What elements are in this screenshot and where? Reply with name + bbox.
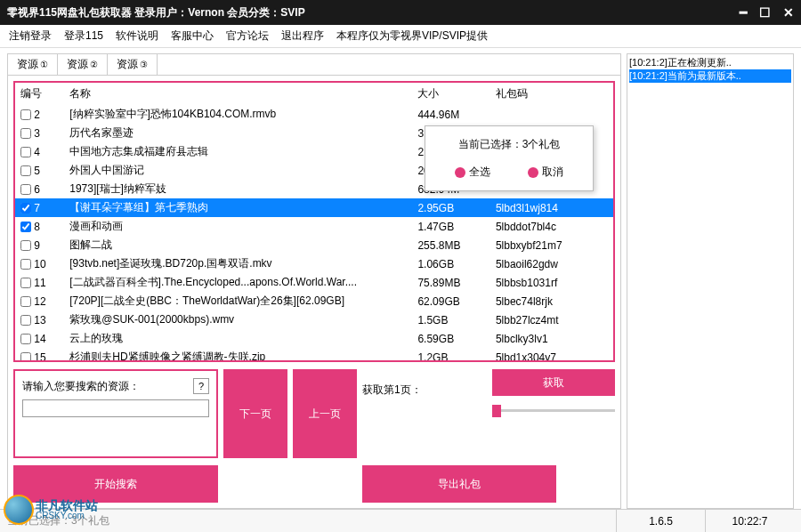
row-code: [490, 105, 613, 124]
row-checkbox[interactable]: [20, 203, 31, 214]
menu-forum[interactable]: 官方论坛: [226, 28, 269, 44]
row-size: 255.8MB: [412, 236, 490, 254]
row-name: 历代名家墨迹: [64, 124, 412, 142]
table-row[interactable]: 15杉浦则夫HD紧缚映像之紧缚调教-失咲.zip1.2GB5lbd1x304y7: [15, 348, 613, 360]
row-checkbox[interactable]: [20, 296, 31, 307]
row-size: 444.96M: [412, 105, 490, 124]
table-row[interactable]: 13紫玫瑰@SUK-001(2000kbps).wmv1.5GB5lbb27lc…: [15, 310, 613, 329]
watermark-cn: 非凡软件站: [36, 499, 98, 512]
row-checkbox[interactable]: [20, 184, 31, 195]
status-version: 1.6.5: [616, 510, 705, 532]
export-col: 获取第1页：: [362, 369, 487, 458]
titlebar-text: 零视界115网盘礼包获取器 登录用户：Vernon 会员分类：SVIP: [7, 5, 740, 20]
row-checkbox[interactable]: [20, 165, 31, 176]
table-row[interactable]: 9图解二战255.8MB5lbbxybf21m7: [15, 236, 613, 254]
row-checkbox[interactable]: [20, 128, 31, 139]
popup-title: 当前已选择：3个礼包: [436, 137, 582, 152]
menu-support[interactable]: 客服中心: [171, 28, 214, 44]
table-header: 编号 名称 大小 礼包码: [15, 83, 613, 105]
table-row[interactable]: 7【谢耳朵字幕组】第七季熟肉2.95GB5lbd3l1wj814: [15, 198, 613, 217]
table-container: 编号 名称 大小 礼包码 2[纳粹实验室中字]恐怖104KB104.COM.rm…: [13, 81, 615, 362]
row-checkbox[interactable]: [20, 147, 31, 157]
table-scroll[interactable]: 编号 名称 大小 礼包码 2[纳粹实验室中字]恐怖104KB104.COM.rm…: [15, 83, 613, 360]
row-checkbox[interactable]: [20, 278, 31, 288]
row-name: [二战武器百科全书].The.Encycloped...apons.Of.Wor…: [64, 273, 412, 292]
minimize-button[interactable]: ━: [740, 5, 747, 20]
row-code: 5lbaoil62gdw: [490, 254, 613, 273]
row-name: [720P][二战全史(BBC：TheWorldatWar)全26集][62.0…: [64, 292, 412, 310]
col-num[interactable]: 编号: [15, 83, 64, 105]
row-checkbox[interactable]: [20, 109, 31, 120]
col-name[interactable]: 名称: [64, 83, 412, 105]
tab-resource-3[interactable]: 资源③: [108, 54, 158, 75]
table-row[interactable]: 10[93tvb.net]圣诞玫瑰.BD720p.国粤双语.mkv1.06GB5…: [15, 254, 613, 273]
body: 资源① 资源② 资源③ 编号 名称 大小 礼包码: [0, 48, 801, 509]
row-size: 1.06GB: [412, 254, 490, 273]
row-checkbox[interactable]: [20, 352, 31, 360]
search-box: 请输入您要搜索的资源： ?: [13, 369, 218, 458]
tab-resource-2[interactable]: 资源②: [58, 54, 108, 75]
row-name: 云上的玫瑰: [64, 329, 412, 348]
refresh-icon: ①: [40, 60, 48, 69]
maximize-button[interactable]: ☐: [759, 5, 771, 20]
row-name: 紫玫瑰@SUK-001(2000kbps).wmv: [64, 310, 412, 329]
row-name: 中国地方志集成福建府县志辑: [64, 142, 412, 161]
controls-row-2: 开始搜索 导出礼包: [13, 465, 615, 503]
prev-page-button[interactable]: 下一页: [223, 369, 287, 458]
row-size: 75.89MB: [412, 273, 490, 292]
selection-popup: 当前已选择：3个礼包 全选 取消: [425, 125, 594, 191]
select-all-option[interactable]: 全选: [455, 165, 490, 180]
radio-icon: [455, 167, 465, 178]
cancel-option[interactable]: 取消: [528, 165, 563, 180]
row-name: [纳粹实验室中字]恐怖104KB104.COM.rmvb: [64, 105, 412, 124]
table-row[interactable]: 2[纳粹实验室中字]恐怖104KB104.COM.rmvb444.96M: [15, 105, 613, 124]
fetch-button[interactable]: 获取: [492, 369, 615, 396]
row-code: 5lbddot7bl4c: [490, 217, 613, 236]
controls-row: 请输入您要搜索的资源： ? 下一页 上一页 获取第1页：: [13, 369, 615, 458]
help-button[interactable]: ?: [193, 378, 209, 394]
search-label: 请输入您要搜索的资源：: [22, 379, 140, 394]
table-row[interactable]: 11[二战武器百科全书].The.Encycloped...apons.Of.W…: [15, 273, 613, 292]
status-time: 10:22:7: [705, 510, 794, 532]
refresh-icon: ②: [90, 60, 98, 69]
row-checkbox[interactable]: [20, 222, 31, 232]
titlebar[interactable]: 零视界115网盘礼包获取器 登录用户：Vernon 会员分类：SVIP ━ ☐ …: [0, 0, 801, 25]
log-panel: [10:21:2]正在检测更新..[10:21:2]当前为最新版本..: [627, 53, 794, 509]
log-line[interactable]: [10:21:2]当前为最新版本..: [629, 69, 791, 83]
nav-prev-col: 下一页: [223, 369, 287, 458]
left-panel: 资源① 资源② 资源③ 编号 名称 大小 礼包码: [7, 53, 621, 509]
row-size: 1.47GB: [412, 217, 490, 236]
menu-help[interactable]: 软件说明: [116, 28, 158, 44]
tab-resource-1[interactable]: 资源①: [8, 54, 58, 75]
row-name: 【谢耳朵字幕组】第七季熟肉: [64, 198, 412, 217]
row-name: 漫画和动画: [64, 217, 412, 236]
row-size: 1.5GB: [412, 310, 490, 329]
page-slider[interactable]: [492, 401, 615, 419]
row-code: 5lbd3l1wj814: [490, 198, 613, 217]
menu-login115[interactable]: 登录115: [64, 28, 103, 44]
row-checkbox[interactable]: [20, 240, 31, 251]
table-row[interactable]: 8漫画和动画1.47GB5lbddot7bl4c: [15, 217, 613, 236]
row-checkbox[interactable]: [20, 334, 31, 344]
col-size[interactable]: 大小: [412, 83, 490, 105]
statusbar: 当前已选择：3个礼包 1.6.5 10:22:7: [0, 509, 801, 532]
slider-thumb[interactable]: [492, 405, 501, 417]
search-input[interactable]: [22, 399, 209, 417]
close-button[interactable]: ✕: [783, 5, 794, 20]
menubar: 注销登录 登录115 软件说明 客服中心 官方论坛 退出程序 本程序仅为零视界V…: [0, 25, 801, 48]
row-checkbox[interactable]: [20, 315, 31, 326]
menu-logout[interactable]: 注销登录: [9, 28, 52, 44]
log-line[interactable]: [10:21:2]正在检测更新..: [629, 56, 791, 69]
export-button[interactable]: 导出礼包: [362, 465, 556, 503]
nav-next-col: 上一页: [293, 369, 357, 458]
row-name: 杉浦则夫HD紧缚映像之紧缚调教-失咲.zip: [64, 348, 412, 360]
row-checkbox[interactable]: [20, 259, 31, 270]
next-page-button[interactable]: 上一页: [293, 369, 357, 458]
table-row[interactable]: 14云上的玫瑰6.59GB5lbclky3lv1: [15, 329, 613, 348]
table-row[interactable]: 12[720P][二战全史(BBC：TheWorldatWar)全26集][62…: [15, 292, 613, 310]
menu-note: 本程序仅为零视界VIP/SVIP提供: [336, 28, 488, 44]
menu-exit[interactable]: 退出程序: [281, 28, 324, 44]
col-code[interactable]: 礼包码: [490, 83, 613, 105]
row-code: 5lbclky3lv1: [490, 329, 613, 348]
row-code: 5lbb27lcz4mt: [490, 310, 613, 329]
